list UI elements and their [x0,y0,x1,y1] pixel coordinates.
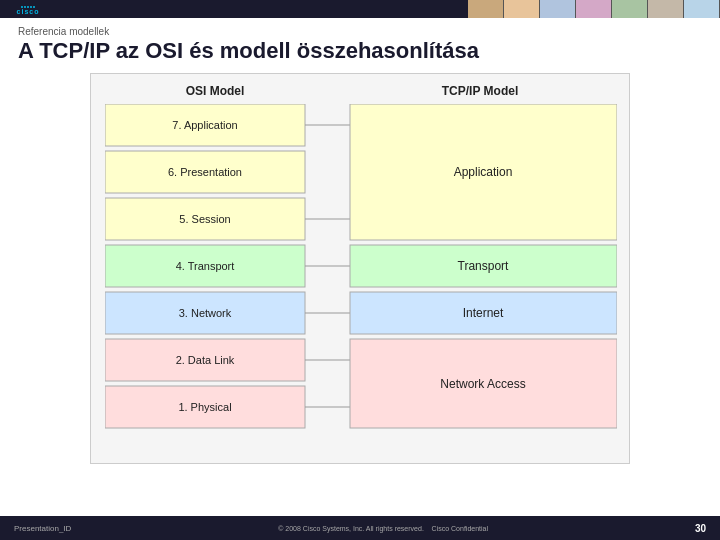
top-photos [468,0,720,18]
photo-4 [576,0,612,18]
photo-1 [468,0,504,18]
osi-layer-3-label: 3. Network [179,307,232,319]
osi-header: OSI Model [115,84,315,98]
footer-page-number: 30 [695,523,706,534]
photo-7 [684,0,720,18]
tcpip-internet-label: Internet [463,306,504,320]
footer: Presentation_ID © 2008 Cisco Systems, In… [0,516,720,540]
footer-confidential: Cisco Confidential [432,525,488,532]
tcpip-application-label: Application [454,165,513,179]
photo-5 [612,0,648,18]
osi-layer-5-label: 5. Session [179,213,230,225]
photo-2 [504,0,540,18]
osi-layer-4-label: 4. Transport [176,260,235,272]
tcpip-network-access-label: Network Access [440,377,525,391]
photo-3 [540,0,576,18]
osi-layer-2-label: 2. Data Link [176,354,235,366]
diagram-svg: 7. Application 6. Presentation 5. Sessio… [105,104,617,449]
main-content: OSI Model TCP/IP Model 7. Application 6.… [0,67,720,468]
osi-layer-1-label: 1. Physical [178,401,231,413]
photo-6 [648,0,684,18]
page-title: A TCP/IP az OSI és modell összehasonlítá… [18,39,702,63]
header: Referencia modellek A TCP/IP az OSI és m… [0,18,720,67]
subtitle: Referencia modellek [18,26,702,37]
footer-copyright: © 2008 Cisco Systems, Inc. All rights re… [278,525,488,532]
osi-layer-7-label: 7. Application [172,119,237,131]
tcpip-transport-label: Transport [458,259,510,273]
cisco-logo: cisco [8,2,48,18]
top-bar [0,0,720,18]
osi-layer-6-label: 6. Presentation [168,166,242,178]
cisco-text: cisco [17,8,40,15]
osi-tcpip-diagram: OSI Model TCP/IP Model 7. Application 6.… [90,73,630,464]
column-headers: OSI Model TCP/IP Model [105,84,615,98]
tcpip-header: TCP/IP Model [345,84,615,98]
col-spacer [315,84,345,98]
footer-presentation-id: Presentation_ID [14,524,71,533]
footer-copyright-text: © 2008 Cisco Systems, Inc. All rights re… [278,525,424,532]
